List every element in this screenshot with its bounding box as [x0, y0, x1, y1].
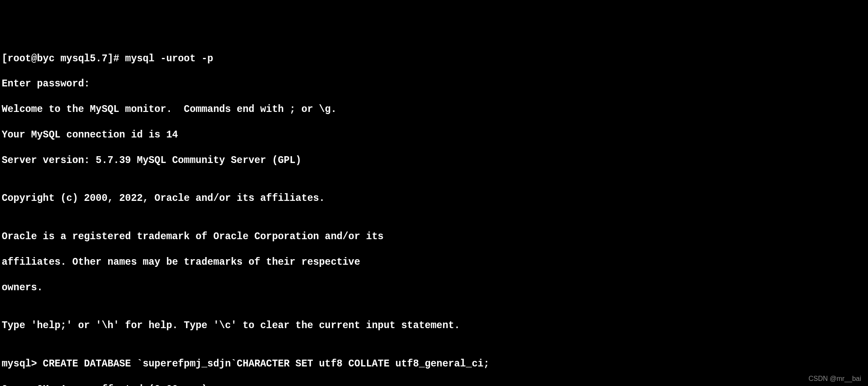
output-line: Oracle is a registered trademark of Orac… — [2, 231, 866, 243]
output-line: Copyright (c) 2000, 2022, Oracle and/or … — [2, 192, 866, 205]
output-line: Welcome to the MySQL monitor. Commands e… — [2, 103, 866, 116]
output-line: Server version: 5.7.39 MySQL Community S… — [2, 154, 866, 167]
output-line: owners. — [2, 282, 866, 295]
output-line: Your MySQL connection id is 14 — [2, 129, 866, 142]
watermark: CSDN @mr__bai — [808, 375, 861, 383]
output-line: affiliates. Other names may be trademark… — [2, 256, 866, 269]
output-line: Type 'help;' or '\h' for help. Type '\c'… — [2, 320, 866, 332]
terminal-output[interactable]: [root@byc mysql5.7]# mysql -uroot -p Ent… — [2, 53, 866, 386]
output-line: Query OK, 1 row affected (0.00 sec) — [2, 383, 866, 386]
output-line: Enter password: — [2, 78, 866, 91]
mysql-prompt-line: mysql> CREATE DATABASE `superefpmj_sdjn`… — [2, 358, 866, 371]
prompt-line: [root@byc mysql5.7]# mysql -uroot -p — [2, 53, 866, 66]
